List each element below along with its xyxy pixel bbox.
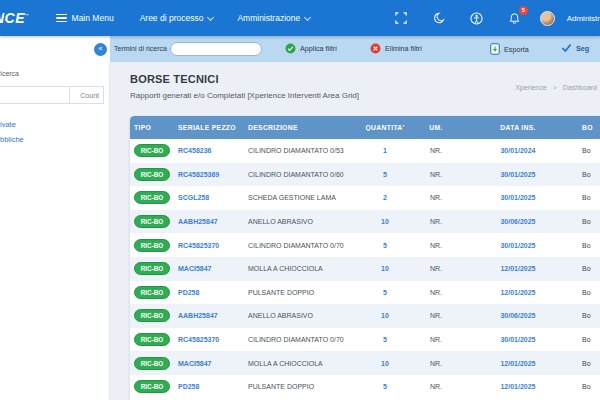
table-row: RIC-BO RC45825370 CILINDRO DIAMANTATO 0/… xyxy=(130,233,600,257)
extra-action-button[interactable]: Seg xyxy=(561,43,589,53)
seriale-pezzo-link[interactable]: SCGL258 xyxy=(174,194,244,201)
aree-di-processo-menu[interactable]: Aree di processo xyxy=(140,13,214,23)
descrizione-cell: ANELLO ABRASIVO xyxy=(244,218,356,225)
apply-filters-button[interactable]: Applica filtri xyxy=(285,43,337,54)
clear-filters-button[interactable]: Elimina filtri xyxy=(370,43,422,54)
aree-di-processo-label: Aree di processo xyxy=(140,13,204,23)
um-cell: NR. xyxy=(414,265,458,272)
search-input[interactable] xyxy=(171,46,270,53)
data-ins-cell[interactable]: 30/01/2025 xyxy=(458,194,578,201)
amministrazione-label: Amministrazione xyxy=(237,13,300,23)
data-ins-cell[interactable]: 30/06/2025 xyxy=(458,312,578,319)
table-row: RIC-BO AABH25847 ANELLO ABRASIVO 10 NR. … xyxy=(130,304,600,328)
export-button[interactable]: Esporta xyxy=(490,43,529,55)
seriale-pezzo-link[interactable]: PD258 xyxy=(174,383,244,390)
accessibility-button[interactable] xyxy=(458,12,496,25)
bo-cell: Bo xyxy=(578,312,600,319)
data-ins-cell[interactable]: 30/01/2025 xyxy=(458,336,578,343)
amministrazione-menu[interactable]: Amministrazione xyxy=(237,13,310,23)
data-ins-cell[interactable]: 30/06/2025 xyxy=(458,218,578,225)
tipo-badge[interactable]: RIC-BO xyxy=(134,333,170,346)
app-logo[interactable]: NCE™ xyxy=(0,10,30,26)
bo-cell: Bo xyxy=(578,171,600,178)
data-ins-cell[interactable]: 12/01/2025 xyxy=(458,289,578,296)
quantita-cell[interactable]: 10 xyxy=(356,265,414,272)
quantita-cell[interactable]: 1 xyxy=(356,147,414,154)
um-cell: NR. xyxy=(414,312,458,319)
data-ins-cell[interactable]: 30/01/2024 xyxy=(458,147,578,154)
tipo-badge[interactable]: RIC-BO xyxy=(134,380,170,393)
column-header[interactable]: UM. xyxy=(414,124,458,131)
tipo-badge[interactable]: RIC-BO xyxy=(134,262,170,275)
breadcrumb-separator: > xyxy=(553,84,557,91)
column-header[interactable]: SERIALE PEZZO xyxy=(174,124,244,131)
data-ins-cell[interactable]: 30/01/2025 xyxy=(458,242,578,249)
data-ins-cell[interactable]: 30/01/2025 xyxy=(458,171,578,178)
page-title: BORSE TECNICI xyxy=(130,73,219,85)
seriale-pezzo-link[interactable]: RC45825370 xyxy=(174,336,244,343)
export-label: Esporta xyxy=(504,45,529,54)
quantita-cell[interactable]: 5 xyxy=(356,171,414,178)
tipo-badge[interactable]: RIC-BO xyxy=(134,286,170,299)
table-body: RIC-BO RC458236 CILINDRO DIAMANTATO 0/53… xyxy=(130,139,600,399)
seriale-pezzo-link[interactable]: RC458236 xyxy=(174,147,244,154)
tipo-badge[interactable]: RIC-BO xyxy=(134,357,170,370)
quantita-cell[interactable]: 5 xyxy=(356,336,414,343)
notifications-button[interactable]: 5 xyxy=(496,12,534,25)
seriale-pezzo-link[interactable]: PD258 xyxy=(174,289,244,296)
seriale-pezzo-link[interactable]: MACI5847 xyxy=(174,360,244,367)
quantita-cell[interactable]: 5 xyxy=(356,289,414,296)
column-header[interactable]: DATA INS. xyxy=(458,124,578,131)
user-avatar-button[interactable] xyxy=(534,11,562,26)
tipo-badge[interactable]: RIC-BO xyxy=(134,215,170,228)
seriale-pezzo-link[interactable]: AABH25847 xyxy=(174,312,244,319)
dark-mode-button[interactable] xyxy=(420,12,458,24)
column-header[interactable]: DESCRIZIONE xyxy=(244,124,356,131)
breadcrumb-dashboard[interactable]: Dashboard xyxy=(563,84,597,91)
tipo-badge[interactable]: RIC-BO xyxy=(134,309,170,322)
user-name[interactable]: Administr xyxy=(567,14,600,23)
fullscreen-button[interactable] xyxy=(382,12,420,24)
sidebar-link[interactable]: ivate xyxy=(0,120,104,129)
seriale-pezzo-link[interactable]: RC45825369 xyxy=(174,171,244,178)
column-header[interactable]: BO xyxy=(578,124,600,131)
breadcrumb-xperience[interactable]: Xperience xyxy=(515,84,547,91)
search-box xyxy=(170,42,262,56)
bo-cell: Bo xyxy=(578,218,600,225)
apply-filters-label: Applica filtri xyxy=(300,44,337,53)
quantita-cell[interactable]: 2 xyxy=(356,194,414,201)
data-ins-cell[interactable]: 12/01/2025 xyxy=(458,360,578,367)
tipo-badge[interactable]: RIC-BO xyxy=(134,168,170,181)
check-circle-icon xyxy=(285,43,296,54)
quantita-cell[interactable]: 5 xyxy=(356,383,414,390)
um-cell: NR. xyxy=(414,360,458,367)
export-file-icon xyxy=(490,43,500,55)
data-ins-cell[interactable]: 12/01/2025 xyxy=(458,265,578,272)
quantita-cell[interactable]: 10 xyxy=(356,360,414,367)
quantita-cell[interactable]: 10 xyxy=(356,218,414,225)
data-ins-cell[interactable]: 12/01/2025 xyxy=(458,383,578,390)
extra-action-label: Seg xyxy=(576,44,589,53)
column-header[interactable]: TIPO xyxy=(130,124,174,131)
tipo-badge[interactable]: RIC-BO xyxy=(134,144,170,157)
seriale-pezzo-link[interactable]: RC45825370 xyxy=(174,242,244,249)
seriale-pezzo-link[interactable]: MACI5847 xyxy=(174,265,244,272)
sidebar-link[interactable]: bbliche xyxy=(0,135,104,144)
sidebar-collapse-button[interactable]: « xyxy=(94,43,107,56)
um-cell: NR. xyxy=(414,336,458,343)
results-grid-card: TIPOSERIALE PEZZODESCRIZIONEQUANTITA'UM.… xyxy=(130,116,600,400)
quantita-cell[interactable]: 10 xyxy=(356,312,414,319)
um-cell: NR. xyxy=(414,242,458,249)
count-column-header: Count xyxy=(70,87,103,103)
clear-filters-label: Elimina filtri xyxy=(385,44,422,53)
tipo-badge[interactable]: RIC-BO xyxy=(134,191,170,204)
column-header[interactable]: QUANTITA' xyxy=(356,124,414,131)
descrizione-cell: CILINDRO DIAMANTATO 0/53 xyxy=(244,147,356,154)
quantita-cell[interactable]: 5 xyxy=(356,242,414,249)
left-sidebar: ricerca Count ivatebbliche xyxy=(0,62,110,400)
main-menu-item[interactable]: Main Menu xyxy=(56,12,114,25)
um-cell: NR. xyxy=(414,289,458,296)
chevron-down-icon xyxy=(207,13,214,20)
tipo-badge[interactable]: RIC-BO xyxy=(134,239,170,252)
seriale-pezzo-link[interactable]: AABH25847 xyxy=(174,218,244,225)
